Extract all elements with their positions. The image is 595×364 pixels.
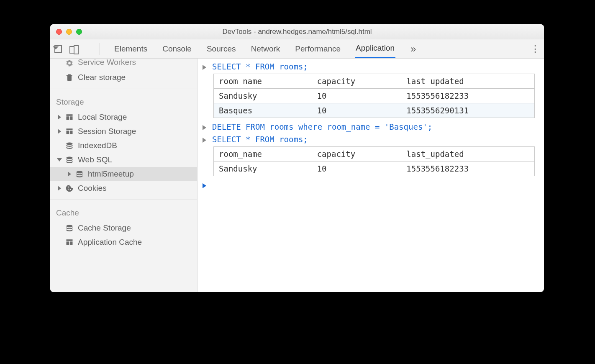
table-row[interactable]: Sandusky 10 1553556182233: [214, 161, 535, 176]
sql-statement: DELETE FROM rooms where room_name = 'Bas…: [212, 122, 432, 131]
console-entry: DELETE FROM rooms where room_name = 'Bas…: [201, 120, 539, 133]
application-sidebar: Service Workers Clear storage Storage Lo…: [50, 59, 197, 292]
minimize-icon[interactable]: [66, 29, 72, 35]
chevron-right-icon: [58, 129, 61, 134]
column-header[interactable]: capacity: [312, 74, 401, 89]
sidebar-item-local-storage[interactable]: Local Storage: [50, 110, 197, 124]
sidebar-item-label: Clear storage: [78, 73, 126, 82]
divider: [100, 43, 100, 55]
sidebar-item-label: Cookies: [78, 184, 107, 193]
sidebar-item-label: Session Storage: [78, 127, 136, 136]
sidebar-item-cookies[interactable]: Cookies: [50, 181, 197, 195]
database-icon: [65, 156, 74, 164]
sql-statement: SELECT * FROM rooms;: [212, 62, 308, 71]
devtools-tabs: Elements Console Sources Network Perform…: [50, 39, 544, 59]
text-cursor: [214, 181, 214, 190]
sidebar-item-service-workers[interactable]: Service Workers: [50, 59, 197, 70]
cell: 10: [312, 161, 401, 176]
column-header[interactable]: last_updated: [401, 74, 535, 89]
sql-statement: SELECT * FROM rooms;: [212, 135, 308, 144]
chevron-right-icon: [58, 115, 61, 120]
prompt-icon: [203, 183, 206, 188]
tabs-overflow-icon[interactable]: »: [410, 43, 416, 55]
chevron-right-icon: [203, 138, 206, 143]
sidebar-section-cache: Cache: [50, 200, 197, 221]
sidebar-item-label: Service Workers: [78, 59, 136, 67]
column-header[interactable]: capacity: [312, 147, 401, 161]
cell: 10: [312, 89, 401, 103]
sidebar-item-label: Local Storage: [78, 113, 127, 122]
tab-sources[interactable]: Sources: [206, 40, 237, 58]
table-row[interactable]: Sandusky 10 1553556182233: [214, 89, 535, 103]
inspect-element-icon[interactable]: [54, 45, 62, 53]
cell: 1553556182233: [401, 161, 535, 176]
websql-console: SELECT * FROM rooms; room_name capacity …: [197, 59, 544, 292]
column-header[interactable]: room_name: [214, 147, 312, 161]
cell: 1553556182233: [401, 89, 535, 103]
chevron-right-icon: [203, 125, 206, 130]
result-table: room_name capacity last_updated Sandusky…: [213, 74, 535, 118]
inspect-icons: [54, 45, 79, 53]
table-icon: [65, 238, 74, 246]
table-icon: [65, 113, 74, 121]
gear-icon: [65, 59, 74, 67]
tab-performance[interactable]: Performance: [294, 40, 341, 58]
database-icon: [65, 224, 74, 232]
chevron-right-icon: [203, 65, 206, 70]
database-icon: [65, 141, 74, 150]
cell: Basques: [214, 103, 312, 118]
cell: Sandusky: [214, 89, 312, 103]
sidebar-item-application-cache[interactable]: Application Cache: [50, 235, 197, 249]
chevron-right-icon: [68, 172, 71, 177]
cell: 10: [312, 103, 401, 118]
console-entry: SELECT * FROM rooms;: [201, 60, 539, 73]
sidebar-item-cache-storage[interactable]: Cache Storage: [50, 221, 197, 235]
sidebar-item-session-storage[interactable]: Session Storage: [50, 124, 197, 138]
sidebar-item-web-sql[interactable]: Web SQL: [50, 153, 197, 167]
settings-menu-icon[interactable]: ⋮: [531, 44, 540, 54]
database-icon: [75, 170, 84, 178]
tab-elements[interactable]: Elements: [113, 40, 148, 58]
cell: 1553556290131: [401, 103, 535, 118]
sidebar-section-storage: Storage: [50, 89, 197, 110]
sidebar-item-clear-storage[interactable]: Clear storage: [50, 70, 197, 85]
sidebar-item-label: html5meetup: [88, 169, 134, 179]
console-prompt[interactable]: [201, 179, 539, 192]
sidebar-item-indexeddb[interactable]: IndexedDB: [50, 138, 197, 153]
window-title: DevTools - andrew.hedges.name/html5/sql.…: [50, 28, 544, 36]
chevron-down-icon: [57, 158, 62, 161]
result-table: room_name capacity last_updated Sandusky…: [213, 146, 535, 176]
traffic-lights: [50, 29, 82, 35]
device-toolbar-icon[interactable]: [69, 45, 79, 53]
cell: Sandusky: [214, 161, 312, 176]
table-icon: [65, 127, 74, 136]
sidebar-item-web-sql-db[interactable]: html5meetup: [50, 167, 197, 181]
titlebar: DevTools - andrew.hedges.name/html5/sql.…: [50, 24, 544, 39]
console-entry: SELECT * FROM rooms;: [201, 133, 539, 146]
sql-input[interactable]: [212, 180, 214, 190]
tab-application[interactable]: Application: [355, 39, 395, 58]
zoom-icon[interactable]: [76, 29, 82, 35]
tab-network[interactable]: Network: [250, 40, 281, 58]
sidebar-item-label: Web SQL: [78, 155, 112, 164]
cookie-icon: [65, 184, 74, 192]
table-header-row: room_name capacity last_updated: [214, 147, 535, 161]
sidebar-item-label: Cache Storage: [78, 223, 131, 233]
table-header-row: room_name capacity last_updated: [214, 74, 535, 89]
column-header[interactable]: room_name: [214, 74, 312, 89]
devtools-window: DevTools - andrew.hedges.name/html5/sql.…: [50, 24, 544, 292]
body: Service Workers Clear storage Storage Lo…: [50, 59, 544, 292]
trash-icon: [65, 73, 74, 82]
sidebar-item-label: IndexedDB: [78, 141, 117, 150]
sidebar-item-label: Application Cache: [78, 238, 142, 247]
close-icon[interactable]: [56, 29, 62, 35]
table-row[interactable]: Basques 10 1553556290131: [214, 103, 535, 118]
tab-console[interactable]: Console: [162, 40, 192, 58]
column-header[interactable]: last_updated: [401, 147, 535, 161]
chevron-right-icon: [58, 186, 61, 191]
